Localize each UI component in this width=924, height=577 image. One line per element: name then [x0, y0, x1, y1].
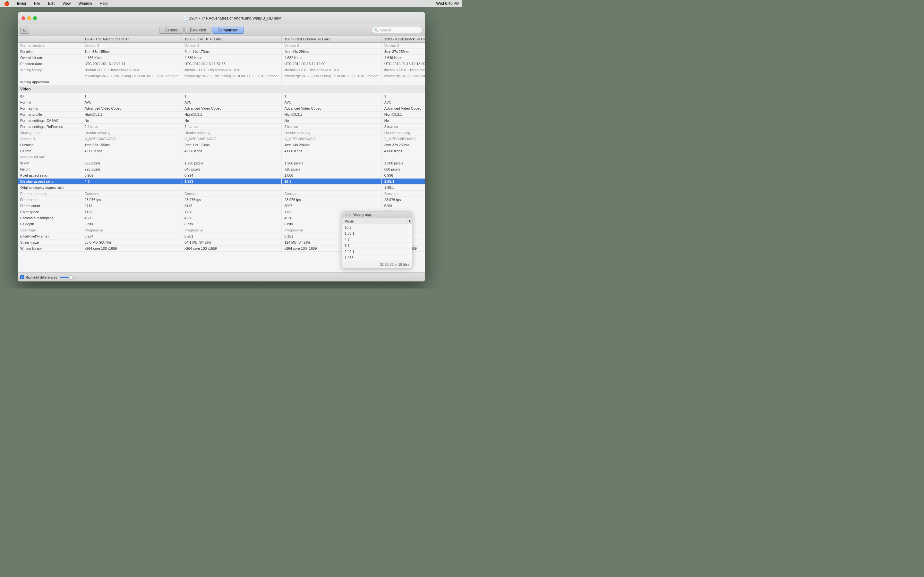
- apple-menu[interactable]: 🍎: [3, 1, 11, 6]
- popup-row-value: 2.40:1: [342, 249, 406, 255]
- popup-row-count: 7: [406, 224, 412, 230]
- row-label: Writing library: [18, 67, 82, 73]
- row-value: No: [381, 118, 425, 124]
- row-value: 23.976 fps: [381, 197, 425, 203]
- row-value: Constant: [381, 191, 425, 197]
- row-label: Writing library: [18, 245, 82, 251]
- row-value: 2 frames: [82, 124, 182, 130]
- table-row: Muxing modeHeader strippingHeader stripp…: [18, 130, 425, 136]
- table-row: ID111111: [18, 93, 425, 99]
- col-header-3: 1987 - Red's.Dream_HD.mkv: [282, 36, 381, 43]
- row-value: 648 pixels: [182, 166, 281, 172]
- search-placeholder: Search: [380, 28, 391, 32]
- row-value: 64.1 MB (84.2%): [182, 239, 281, 245]
- row-value: 4 000 Kbps: [381, 148, 425, 154]
- popup-footer: 01:30:06 in 18 files: [342, 261, 412, 268]
- row-value: [182, 185, 281, 191]
- row-label: Frame rate: [18, 197, 82, 203]
- popup-row: 1.9631: [342, 255, 412, 261]
- popup-col-count: Count: [406, 218, 412, 224]
- popup-row-value: 16:9: [342, 224, 406, 230]
- table-row: Video: [18, 85, 425, 93]
- row-value: mkvmerge v4.2.0 ('No Talking') built on …: [82, 73, 182, 79]
- table-row: Height720 pixels648 pixels720 pixels688 …: [18, 166, 425, 172]
- row-label: Overall bit rate: [18, 55, 82, 61]
- popup-row: 16:97: [342, 224, 412, 230]
- traffic-lights: [21, 16, 37, 20]
- highlight-differences-toggle[interactable]: Highlight differences: [20, 276, 57, 279]
- popup-chart: Display asp... Value Count 16:971.85:144…: [342, 211, 412, 268]
- row-value: UTC 2012-02-13 11:57:53: [182, 61, 281, 67]
- search-box[interactable]: 🔍 Search: [371, 27, 423, 33]
- popup-row: 1.85:14: [342, 230, 412, 237]
- row-value: 720 pixels: [82, 166, 182, 172]
- row-value: Header stripping: [282, 130, 381, 136]
- minimize-button[interactable]: [27, 16, 31, 20]
- menu-edit[interactable]: Edit: [47, 1, 56, 6]
- tab-bar: General Extended Comparison: [33, 27, 370, 34]
- table-row: mkvmerge v4.2.0 ('No Talking') built on …: [18, 73, 425, 79]
- row-value: UTC 2012-02-13 12:19:00: [282, 61, 381, 67]
- popup-row-value: 4:3: [342, 237, 406, 243]
- table-row: Bit rate4 000 Kbps4 000 Kbps4 000 Kbps4 …: [18, 148, 425, 154]
- row-value: Progressive: [82, 227, 182, 234]
- row-value: No: [82, 118, 182, 124]
- slider-track[interactable]: [60, 277, 79, 278]
- row-value: 23.976 fps: [282, 197, 381, 203]
- row-value: AVC: [182, 99, 281, 105]
- row-label: Frame rate mode: [18, 191, 82, 197]
- row-value: mkvmerge v4.2.0 ('No Talking') built on …: [381, 73, 425, 79]
- row-value: V_MPEG4/ISO/AVC: [182, 136, 281, 142]
- row-value: 0.996: [381, 172, 425, 179]
- popup-row-count: 4: [406, 230, 412, 237]
- row-value: Header stripping: [381, 130, 425, 136]
- row-label: Color space: [18, 209, 82, 215]
- row-value: 1mn 53s 155ms: [82, 49, 182, 55]
- row-value: 992 pixels: [82, 160, 182, 166]
- menu-help[interactable]: Help: [99, 1, 109, 6]
- row-value: [182, 85, 281, 93]
- row-value: 23.976 fps: [182, 197, 281, 203]
- maximize-button[interactable]: [33, 16, 37, 20]
- row-value: libebml v1.0.0 + libmatroska v1.0.0: [381, 67, 425, 73]
- tab-general[interactable]: General: [159, 27, 184, 34]
- sidebar-toggle-button[interactable]: ⊟: [20, 27, 29, 34]
- window-title: 1984 - The.Adventures.of.André.and.Wally…: [189, 16, 281, 21]
- row-value: 4mn 14s 296ms: [282, 142, 381, 148]
- row-value: 1: [282, 93, 381, 99]
- menu-view[interactable]: View: [61, 1, 72, 6]
- row-label: Display aspect ratio: [18, 179, 82, 185]
- table-row: Format profileHigh@L3.1High@L3.1High@L3.…: [18, 111, 425, 118]
- row-value: 1.963: [182, 179, 281, 185]
- row-label: Format/Info: [18, 105, 82, 111]
- menu-window[interactable]: Window: [77, 1, 94, 6]
- table-row: Format settings, CABACNoNoNoNoNoNo: [18, 118, 425, 124]
- row-value: libebml v1.0.0 + libmatroska v1.0.0: [282, 67, 381, 73]
- row-value: 4 000 Kbps: [182, 148, 281, 154]
- window-title-area: 📄 1984 - The.Adventures.of.André.and.Wal…: [42, 16, 421, 21]
- row-value: High@L3.1: [381, 111, 425, 118]
- row-value: Version 2: [82, 43, 182, 49]
- row-value: [381, 154, 425, 160]
- highlight-label: Highlight differences: [25, 276, 57, 279]
- table-row: Codec IDV_MPEG4/ISO/AVCV_MPEG4/ISO/AVCV_…: [18, 136, 425, 142]
- row-value: [381, 85, 425, 93]
- row-value: [82, 85, 182, 93]
- row-value: [182, 154, 281, 160]
- row-label: Bit depth: [18, 221, 82, 227]
- close-button[interactable]: [21, 16, 25, 20]
- slider-thumb[interactable]: [69, 276, 73, 279]
- row-value: 3mn 37s 259ms: [381, 49, 425, 55]
- tab-extended[interactable]: Extended: [184, 27, 212, 34]
- menu-invioir[interactable]: Inviõr: [16, 1, 27, 6]
- table-row: Encoded dateUTC 2012-02-13 12:21:11UTC 2…: [18, 61, 425, 67]
- row-label: Bits/(Pixel*Frame): [18, 234, 82, 239]
- highlight-checkbox[interactable]: [20, 276, 24, 279]
- tab-comparison[interactable]: Comparison: [212, 27, 244, 34]
- row-value: 4:2:0: [82, 215, 182, 221]
- row-label: Scan type: [18, 227, 82, 234]
- menu-file[interactable]: File: [33, 1, 41, 6]
- row-value: [82, 154, 182, 160]
- popup-dot-1: [344, 213, 347, 216]
- popup-row-value: 1.963: [342, 255, 406, 261]
